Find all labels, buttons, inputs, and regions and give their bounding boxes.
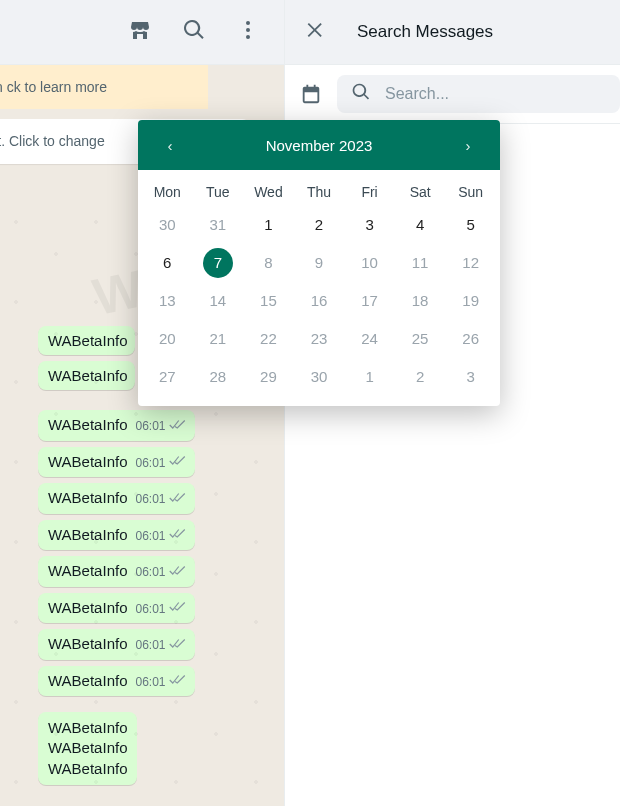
calendar-day: 20 bbox=[152, 324, 182, 354]
calendar-dow: Sun bbox=[445, 178, 496, 202]
double-check-icon bbox=[169, 600, 187, 617]
message-meta: 06:01 bbox=[135, 564, 186, 581]
search-input-wrap bbox=[337, 75, 620, 113]
calendar-day: 22 bbox=[253, 324, 283, 354]
calendar-title: November 2023 bbox=[266, 137, 373, 154]
search-bar-row bbox=[285, 65, 620, 124]
message-text: WABetaInfo bbox=[48, 635, 127, 652]
message-time: 06:01 bbox=[135, 602, 165, 616]
message-bubble[interactable]: WABetaInfo 06:01 bbox=[38, 483, 195, 514]
message-text: WABetaInfo bbox=[48, 718, 127, 738]
double-check-icon bbox=[169, 491, 187, 508]
calendar-day[interactable]: 2 bbox=[304, 210, 334, 240]
double-check-icon bbox=[169, 418, 187, 435]
message-text: WABetaInfo bbox=[48, 453, 127, 470]
message-bubble[interactable]: WABetaInfo 06:01 bbox=[38, 520, 195, 551]
message-time: 06:01 bbox=[135, 565, 165, 579]
message-meta: 06:01 bbox=[135, 491, 186, 508]
message-text: WABetaInfo bbox=[48, 489, 127, 506]
calendar-day: 26 bbox=[456, 324, 486, 354]
calendar-day: 30 bbox=[152, 210, 182, 240]
calendar-day: 13 bbox=[152, 286, 182, 316]
message-bubble[interactable]: WABetaInfo 06:01 bbox=[38, 593, 195, 624]
calendar-day: 11 bbox=[405, 248, 435, 278]
calendar-day: 18 bbox=[405, 286, 435, 316]
double-check-icon bbox=[169, 564, 187, 581]
message-meta: 06:01 bbox=[135, 600, 186, 617]
svg-point-1 bbox=[246, 28, 250, 32]
calendar-day: 1 bbox=[355, 362, 385, 392]
svg-point-0 bbox=[246, 21, 250, 25]
calendar-day: 8 bbox=[253, 248, 283, 278]
calendar-dow: Tue bbox=[193, 178, 244, 202]
search-title: Search Messages bbox=[357, 22, 493, 42]
search-header: Search Messages bbox=[285, 0, 620, 65]
calendar-day: 10 bbox=[355, 248, 385, 278]
calendar-day: 17 bbox=[355, 286, 385, 316]
message-bubble[interactable]: WABetaInfo bbox=[38, 326, 135, 355]
calendar-day: 12 bbox=[456, 248, 486, 278]
calendar-icon[interactable] bbox=[297, 80, 325, 108]
message-meta: 06:01 bbox=[135, 527, 186, 544]
calendar-day: 31 bbox=[203, 210, 233, 240]
calendar-day[interactable]: 4 bbox=[405, 210, 435, 240]
message-text: WABetaInfo bbox=[48, 526, 127, 543]
calendar-dow: Fri bbox=[344, 178, 395, 202]
svg-point-2 bbox=[246, 35, 250, 39]
prev-month-button[interactable]: ‹ bbox=[160, 137, 180, 154]
calendar-day: 9 bbox=[304, 248, 334, 278]
message-text: WABetaInfo bbox=[48, 416, 127, 433]
calendar-day: 3 bbox=[456, 362, 486, 392]
calendar-day: 2 bbox=[405, 362, 435, 392]
message-bubble[interactable]: WABetaInfo bbox=[38, 361, 135, 390]
message-bubble[interactable]: WABetaInfo 06:01 bbox=[38, 447, 195, 478]
calendar-header: ‹ November 2023 › bbox=[138, 120, 500, 170]
search-icon[interactable] bbox=[182, 18, 206, 46]
calendar-day: 28 bbox=[203, 362, 233, 392]
calendar-day: 19 bbox=[456, 286, 486, 316]
calendar-day: 21 bbox=[203, 324, 233, 354]
calendar-day: 15 bbox=[253, 286, 283, 316]
message-meta: 06:01 bbox=[135, 418, 186, 435]
message-meta: 06:01 bbox=[135, 637, 186, 654]
calendar-day: 30 bbox=[304, 362, 334, 392]
calendar-day: 29 bbox=[253, 362, 283, 392]
encryption-banner[interactable]: side of this chat, not even ck to learn … bbox=[0, 65, 208, 109]
calendar-day[interactable]: 1 bbox=[253, 210, 283, 240]
message-time: 06:01 bbox=[135, 638, 165, 652]
chat-header bbox=[0, 0, 284, 65]
date-picker: ‹ November 2023 › MonTueWedThuFriSatSun3… bbox=[138, 120, 500, 406]
message-bubble[interactable]: WABetaInfoWABetaInfoWABetaInfo bbox=[38, 712, 137, 785]
message-bubble[interactable]: WABetaInfo 06:01 bbox=[38, 410, 195, 441]
double-check-icon bbox=[169, 637, 187, 654]
calendar-day[interactable]: 7 bbox=[203, 248, 233, 278]
message-text: WABetaInfo bbox=[48, 599, 127, 616]
search-input[interactable] bbox=[385, 85, 606, 103]
message-text: WABetaInfo bbox=[48, 562, 127, 579]
storefront-icon[interactable] bbox=[128, 18, 152, 46]
calendar-day: 16 bbox=[304, 286, 334, 316]
calendar-day: 25 bbox=[405, 324, 435, 354]
calendar-dow: Thu bbox=[294, 178, 345, 202]
message-bubble[interactable]: WABetaInfo 06:01 bbox=[38, 629, 195, 660]
menu-dots-icon[interactable] bbox=[236, 18, 260, 46]
calendar-grid: MonTueWedThuFriSatSun3031123456789101112… bbox=[138, 170, 500, 406]
calendar-day[interactable]: 3 bbox=[355, 210, 385, 240]
double-check-icon bbox=[169, 673, 187, 690]
calendar-dow: Sat bbox=[395, 178, 446, 202]
message-time: 06:01 bbox=[135, 456, 165, 470]
calendar-dow: Wed bbox=[243, 178, 294, 202]
message-meta: 06:01 bbox=[135, 673, 186, 690]
message-text: WABetaInfo bbox=[48, 672, 127, 689]
double-check-icon bbox=[169, 454, 187, 471]
calendar-day[interactable]: 5 bbox=[456, 210, 486, 240]
message-time: 06:01 bbox=[135, 492, 165, 506]
calendar-day: 14 bbox=[203, 286, 233, 316]
search-icon bbox=[351, 82, 371, 106]
message-bubble[interactable]: WABetaInfo 06:01 bbox=[38, 666, 195, 697]
message-text: WABetaInfo bbox=[48, 759, 127, 779]
next-month-button[interactable]: › bbox=[458, 137, 478, 154]
close-icon[interactable] bbox=[305, 19, 327, 45]
calendar-day[interactable]: 6 bbox=[152, 248, 182, 278]
message-bubble[interactable]: WABetaInfo 06:01 bbox=[38, 556, 195, 587]
